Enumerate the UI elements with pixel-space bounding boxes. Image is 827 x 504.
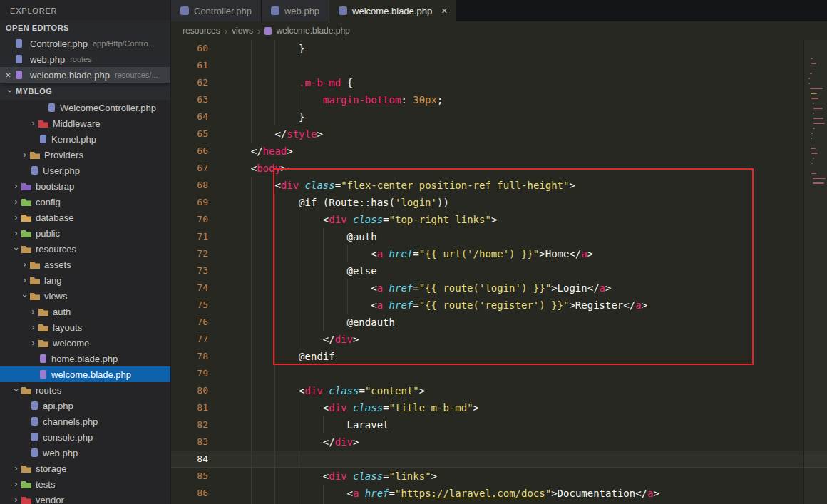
line-number[interactable]: 78 (171, 348, 227, 365)
indent-guide (227, 74, 251, 91)
line-number[interactable]: 65 (171, 125, 227, 143)
tree-folder-providers[interactable]: ›Providers (0, 147, 170, 163)
line-content[interactable]: <a href="{{ route('register') }}">Regist… (227, 297, 647, 314)
line-number[interactable]: 63 (171, 91, 227, 108)
open-editors-label: OPEN EDITORS (6, 24, 69, 32)
line-number[interactable]: 82 (171, 416, 227, 433)
tree-folder-auth[interactable]: ›auth (0, 304, 170, 319)
tree-folder-bootstrap[interactable]: ›bootstrap (0, 178, 170, 194)
line-number[interactable]: 72 (171, 245, 227, 262)
line-content[interactable]: </head> (227, 143, 293, 160)
line-number[interactable]: 83 (171, 433, 227, 451)
line-content[interactable]: @endauth (227, 314, 395, 331)
code-text: @endif (299, 348, 335, 365)
line-number[interactable]: 84 (171, 451, 227, 468)
close-editor-icon[interactable]: ✕ (3, 71, 14, 79)
tree-file-user-php[interactable]: User.php (0, 163, 170, 178)
tree-folder-lang[interactable]: ›lang (0, 272, 170, 288)
tree-folder-public[interactable]: ›public (0, 225, 170, 241)
line-content[interactable]: @if (Route::has('login')) (227, 194, 449, 211)
line-number[interactable]: 81 (171, 399, 227, 416)
line-content[interactable]: <body> (227, 160, 287, 177)
line-number[interactable]: 66 (171, 143, 227, 160)
tree-folder-database[interactable]: ›database (0, 210, 170, 225)
line-number[interactable]: 79 (171, 365, 227, 382)
line-content[interactable]: Laravel (227, 416, 389, 433)
project-section-header[interactable]: › MYBLOG (0, 83, 170, 100)
tab-welcome-blade-php[interactable]: welcome.blade.php× (329, 0, 457, 21)
line-content[interactable]: .m-b-md { (227, 74, 353, 91)
indent-guide (274, 297, 299, 314)
close-tab-icon[interactable]: × (441, 5, 447, 16)
line-number[interactable]: 68 (171, 177, 227, 194)
tree-folder-assets[interactable]: ›assets (0, 257, 170, 272)
line-content[interactable]: </div> (227, 331, 359, 348)
line-number[interactable]: 64 (171, 108, 227, 125)
line-content[interactable]: <a href="{{ url('/home') }}">Home</a> (227, 245, 593, 262)
tab-web-php[interactable]: web.php (262, 0, 329, 21)
tree-folder-resources[interactable]: ›resources (0, 241, 170, 257)
line-number[interactable]: 61 (171, 57, 227, 74)
tree-file-welcome-blade-php[interactable]: welcome.blade.php (0, 366, 170, 382)
blade-file-icon (264, 27, 272, 35)
tree-file-welcomecontroller-php[interactable]: WelcomeController.php (0, 100, 170, 115)
tree-file-console-php[interactable]: console.php (0, 429, 170, 445)
line-content[interactable]: margin-bottom: 30px; (227, 91, 443, 108)
line-content[interactable]: @else (227, 262, 377, 279)
tree-folder-storage[interactable]: ›storage (0, 461, 170, 476)
tree-folder-views[interactable]: ›views (0, 288, 170, 304)
line-content[interactable]: <a href="https://laravel.com/docs">Docum… (227, 485, 659, 502)
open-editor-web-php[interactable]: web.phproutes (0, 51, 170, 67)
line-content[interactable]: <a href="{{ route('login') }}">Login</a> (227, 279, 611, 297)
line-number[interactable]: 85 (171, 468, 227, 485)
line-content[interactable]: } (227, 108, 305, 125)
line-content[interactable]: <div class="title m-b-md"> (227, 399, 479, 416)
line-number[interactable]: 74 (171, 279, 227, 297)
line-content[interactable] (227, 451, 323, 468)
minimap[interactable] (803, 40, 827, 504)
line-content[interactable]: @endif (227, 348, 335, 365)
line-content[interactable]: } (227, 40, 305, 57)
line-content[interactable]: <div class="links"> (227, 468, 437, 485)
open-editors-header[interactable]: OPEN EDITORS (0, 20, 170, 36)
line-number[interactable]: 60 (171, 40, 227, 57)
tree-file-api-php[interactable]: api.php (0, 398, 170, 413)
line-number[interactable]: 75 (171, 297, 227, 314)
breadcrumb-item-views[interactable]: views (232, 26, 253, 36)
line-number[interactable]: 77 (171, 331, 227, 348)
line-number[interactable]: 80 (171, 382, 227, 399)
tab-controller-php[interactable]: Controller.php (171, 0, 262, 21)
code-line: 77</div> (171, 331, 827, 348)
line-number[interactable]: 70 (171, 211, 227, 228)
open-editor-controller-php[interactable]: Controller.phpapp/Http/Contro... (0, 36, 170, 51)
line-content[interactable] (227, 365, 299, 382)
line-content[interactable]: @auth (227, 228, 377, 245)
tree-folder-layouts[interactable]: ›layouts (0, 319, 170, 335)
line-number[interactable]: 71 (171, 228, 227, 245)
tree-folder-tests[interactable]: ›tests (0, 476, 170, 492)
line-content[interactable]: </div> (227, 433, 359, 451)
line-number[interactable]: 62 (171, 74, 227, 91)
tree-folder-vendor[interactable]: ›vendor (0, 492, 170, 504)
tree-file-web-php[interactable]: web.php (0, 445, 170, 461)
line-number[interactable]: 67 (171, 160, 227, 177)
tree-folder-middleware[interactable]: ›Middleware (0, 115, 170, 131)
breadcrumb-item-welcome-blade-php[interactable]: welcome.blade.php (276, 26, 349, 36)
tree-folder-welcome[interactable]: ›welcome (0, 335, 170, 351)
tree-file-home-blade-php[interactable]: home.blade.php (0, 351, 170, 366)
tree-folder-config[interactable]: ›config (0, 194, 170, 210)
tree-file-kernel-php[interactable]: Kernel.php (0, 131, 170, 147)
breadcrumb-item-resources[interactable]: resources (183, 26, 220, 36)
line-number[interactable]: 69 (171, 194, 227, 211)
line-content[interactable]: <div class="flex-center position-ref ful… (227, 177, 575, 194)
line-content[interactable] (227, 57, 299, 74)
line-number[interactable]: 86 (171, 485, 227, 502)
open-editor-welcome-blade-php[interactable]: ✕welcome.blade.phpresources/... (0, 67, 170, 83)
tree-file-channels-php[interactable]: channels.php (0, 413, 170, 429)
line-number[interactable]: 76 (171, 314, 227, 331)
line-content[interactable]: <div class="top-right links"> (227, 211, 497, 228)
line-content[interactable]: <div class="content"> (227, 382, 425, 399)
line-content[interactable]: </style> (227, 125, 323, 143)
tree-folder-routes[interactable]: ›routes (0, 382, 170, 398)
line-number[interactable]: 73 (171, 262, 227, 279)
